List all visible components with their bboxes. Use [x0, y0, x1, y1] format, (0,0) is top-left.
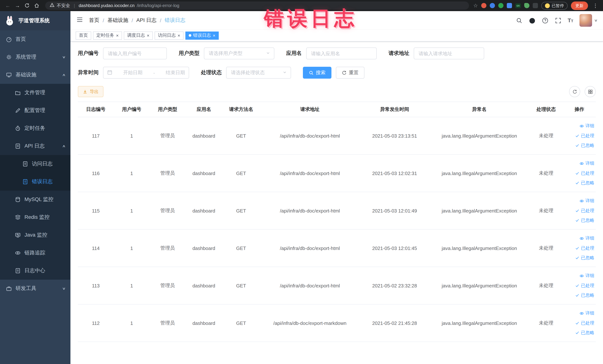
column-header: 处理状态: [529, 102, 563, 117]
sidebar-item-infrastructure[interactable]: 基础设施 ∧: [0, 66, 70, 84]
cell-user-type: 管理员: [150, 304, 186, 342]
reset-button[interactable]: 重置: [336, 67, 364, 79]
sidebar-toggle-icon[interactable]: [76, 16, 83, 24]
search-button-label: 搜索: [316, 69, 325, 76]
action-ignored-link[interactable]: 已忽略: [565, 141, 594, 150]
tab-scheduled-task[interactable]: 定时任务 ×: [93, 31, 122, 39]
browser-forward-icon[interactable]: →: [13, 1, 22, 10]
document-icon: [15, 143, 21, 149]
process-status-select[interactable]: 请选择处理状态: [226, 67, 291, 79]
eye-icon: [580, 124, 584, 128]
select-placeholder: 请选择用户类型: [209, 50, 243, 57]
tab-access-log[interactable]: 访问日志 ×: [155, 31, 184, 39]
action-detail-link[interactable]: 详细: [565, 271, 594, 281]
sidebar: 芋道管理系统 首页 系统管理 ∨ 基础设施 ∧ 文件管理: [0, 11, 70, 364]
cell-user-type: 管理员: [150, 192, 186, 229]
font-size-icon[interactable]: TT: [568, 17, 573, 24]
toolbar-right: [565, 86, 596, 97]
extension-icon[interactable]: [507, 3, 512, 8]
action-detail-link[interactable]: 详细: [565, 121, 594, 131]
refresh-table-button[interactable]: [569, 86, 580, 97]
bookmark-star-icon[interactable]: ☆: [473, 3, 478, 9]
sidebar-item-error-log[interactable]: 错误日志: [0, 173, 70, 191]
action-ignored-link[interactable]: 已忽略: [565, 290, 594, 300]
tab-close-icon[interactable]: ×: [147, 33, 150, 38]
sidebar-item-trace[interactable]: 链路追踪: [0, 244, 70, 262]
cell-log-id: 112: [78, 304, 114, 342]
sidebar-item-scheduled-task[interactable]: 定时任务: [0, 119, 70, 137]
tab-home[interactable]: 首页: [76, 31, 91, 39]
action-processed-link[interactable]: 已处理: [565, 206, 594, 216]
column-settings-button[interactable]: [585, 86, 596, 97]
search-button[interactable]: 搜索: [303, 67, 331, 79]
tab-schedule-log[interactable]: 调度日志 ×: [124, 31, 153, 39]
browser-update-button[interactable]: 更新: [571, 1, 588, 10]
user-id-input[interactable]: [104, 51, 166, 56]
action-processed-link[interactable]: 已处理: [565, 243, 594, 253]
browser-menu-kebab-icon[interactable]: ⋮: [591, 3, 600, 9]
sidebar-item-mysql-monitor[interactable]: MySQL 监控: [0, 191, 70, 208]
extension-icon[interactable]: [524, 3, 529, 8]
tab-close-icon[interactable]: ×: [213, 33, 215, 38]
sidebar-item-java-monitor[interactable]: Java 监控: [0, 226, 70, 244]
address-bar[interactable]: 不安全 | dashboard.yudao.iocoder.cn/infra/l…: [45, 1, 469, 10]
date-range-picker[interactable]: 开始日期 - 结束日期: [103, 67, 189, 79]
action-ignored-link[interactable]: 已忽略: [565, 253, 594, 263]
request-url-input[interactable]: [414, 51, 484, 56]
sidebar-item-label: 配置管理: [24, 107, 45, 114]
column-header: 操作: [563, 102, 596, 117]
action-detail-link[interactable]: 详细: [565, 196, 594, 206]
action-ignored-link[interactable]: 已忽略: [565, 178, 594, 188]
app-name-input[interactable]: [307, 51, 376, 56]
sidebar-item-home[interactable]: 首页: [0, 30, 70, 48]
help-icon[interactable]: [542, 17, 548, 24]
breadcrumb-item[interactable]: 首页: [89, 17, 99, 24]
user-type-select[interactable]: 请选择用户类型: [204, 47, 274, 59]
paused-badge[interactable]: 已暂停: [541, 2, 568, 10]
sidebar-item-label: 基础设施: [16, 71, 36, 78]
action-detail-link[interactable]: 详细: [565, 308, 594, 318]
sidebar-item-log-center[interactable]: 日志中心: [0, 262, 70, 280]
cell-method: GET: [222, 304, 260, 342]
action-ignored-link[interactable]: 已忽略: [565, 328, 594, 338]
tab-close-icon[interactable]: ×: [178, 33, 180, 38]
cell-app-name: dashboard: [186, 229, 222, 267]
search-icon[interactable]: [516, 17, 522, 24]
sidebar-item-redis-monitor[interactable]: Redis 监控: [0, 208, 70, 226]
extension-on-badge[interactable]: on: [515, 3, 521, 8]
user-menu[interactable]: ∨: [580, 14, 597, 27]
breadcrumb-item[interactable]: API 日志: [136, 17, 157, 24]
sidebar-item-system-management[interactable]: 系统管理 ∨: [0, 48, 70, 66]
extension-icon[interactable]: [490, 3, 495, 8]
browser-home-icon[interactable]: [33, 1, 41, 10]
action-detail-link[interactable]: 详细: [565, 159, 594, 168]
tab-close-icon[interactable]: ×: [116, 33, 119, 38]
browser-reload-icon[interactable]: [23, 1, 31, 10]
fullscreen-icon[interactable]: [555, 17, 561, 24]
action-processed-link[interactable]: 已处理: [565, 131, 594, 141]
action-label: 详细: [585, 234, 594, 243]
browser-back-icon[interactable]: ←: [4, 1, 12, 10]
sidebar-item-access-log[interactable]: 访问日志: [0, 155, 70, 173]
action-detail-link[interactable]: 详细: [565, 234, 594, 243]
tab-error-log[interactable]: 错误日志 ×: [185, 31, 219, 39]
action-processed-link[interactable]: 已处理: [565, 318, 594, 328]
filter-row-2: 异常时间 开始日期 - 结束日期 处理状态 请选择处理状态: [78, 67, 596, 79]
sidebar-item-dev-tools[interactable]: 研发工具 ∨: [0, 280, 70, 297]
action-label: 详细: [585, 271, 594, 281]
extension-pin-icon[interactable]: [533, 3, 538, 8]
sidebar-item-api-log[interactable]: API 日志 ∧: [0, 137, 70, 155]
github-icon[interactable]: [529, 17, 535, 24]
action-processed-link[interactable]: 已处理: [565, 281, 594, 291]
breadcrumb-item[interactable]: 基础设施: [107, 17, 128, 24]
filter-label: 请求地址: [389, 50, 409, 57]
export-button[interactable]: 导出: [78, 86, 104, 97]
sidebar-item-config-management[interactable]: 配置管理: [0, 102, 70, 119]
sidebar-item-file-management[interactable]: 文件管理: [0, 84, 70, 102]
extension-icon[interactable]: [498, 3, 503, 8]
action-ignored-link[interactable]: 已忽略: [565, 215, 594, 225]
action-processed-link[interactable]: 已处理: [565, 168, 594, 178]
cell-exception-name: java.lang.IllegalArgumentException: [429, 267, 529, 304]
extension-icon[interactable]: [481, 3, 487, 8]
main-area: 首页 / 基础设施 / API 日志 / 错误日志: [70, 11, 603, 364]
